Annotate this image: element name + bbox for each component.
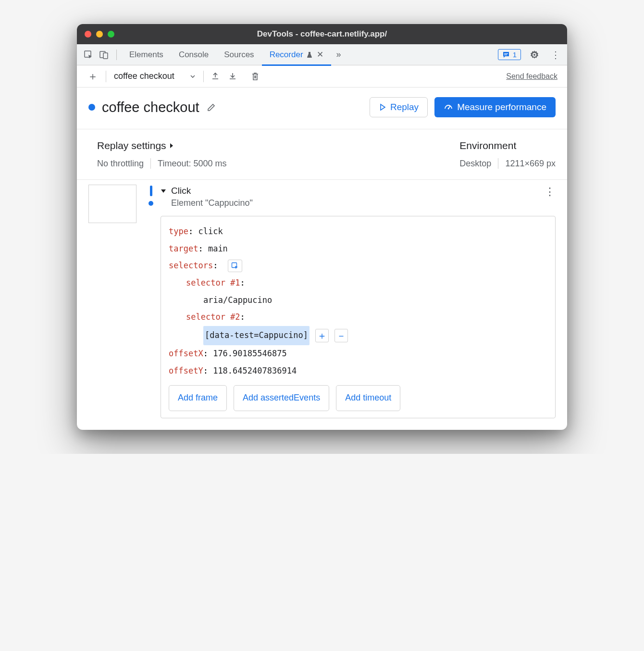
replay-button[interactable]: Replay	[370, 97, 428, 117]
tab-console[interactable]: Console	[171, 44, 216, 65]
steps-list: Click Element "Cappucino" ⋮ type: click …	[77, 180, 567, 430]
timeline	[141, 184, 161, 418]
prop-val-selector1[interactable]: aria/Cappucino	[203, 295, 272, 305]
step-title: Click	[171, 186, 253, 196]
device-value: Desktop	[459, 159, 491, 169]
device-toggle-icon[interactable]	[96, 47, 111, 63]
issues-count: 1	[513, 50, 517, 59]
inspect-element-icon[interactable]	[81, 47, 96, 63]
delete-icon[interactable]	[247, 72, 263, 81]
replay-settings-section: Replay settings No throttling Timeout: 5…	[97, 140, 226, 169]
tab-recorder[interactable]: Recorder ✕	[262, 44, 331, 65]
prop-key-selector2: selector #2	[186, 312, 240, 322]
prop-key-target: target	[169, 244, 198, 253]
divider	[203, 71, 204, 82]
divider	[106, 71, 106, 82]
step-thumbnail[interactable]	[88, 185, 136, 223]
tabstrip: Elements Console Sources Recorder ✕ » 1 …	[77, 44, 567, 65]
settings-gear-icon[interactable]	[527, 47, 542, 63]
prop-key-offsetx: offsetX	[169, 349, 203, 358]
step-item: Click Element "Cappucino" ⋮ type: click …	[161, 184, 556, 418]
svg-rect-2	[103, 53, 108, 59]
prop-key-selector1: selector #1	[186, 278, 240, 288]
add-frame-button[interactable]: Add frame	[169, 385, 227, 411]
timeline-marker-icon	[150, 186, 152, 196]
throttling-value: No throttling	[97, 159, 144, 169]
chat-icon	[502, 51, 510, 59]
export-icon[interactable]	[207, 72, 224, 81]
gauge-icon	[444, 102, 453, 112]
environment-section: Environment Desktop 1211×669 px	[459, 140, 556, 169]
replay-settings-heading[interactable]: Replay settings	[97, 140, 226, 151]
divider	[150, 158, 151, 169]
traffic-lights	[85, 31, 114, 38]
add-asserted-events-button[interactable]: Add assertedEvents	[234, 385, 329, 411]
experiment-icon	[306, 51, 313, 58]
prop-val-type[interactable]: click	[198, 226, 223, 236]
close-window-button[interactable]	[85, 31, 91, 38]
measure-performance-button[interactable]: Measure performance	[434, 97, 556, 117]
send-feedback-link[interactable]: Send feedback	[506, 72, 557, 81]
selector-picker-button[interactable]	[228, 260, 242, 272]
recorder-toolbar: ＋ coffee checkout Send feedback	[77, 65, 567, 88]
chevron-right-icon	[169, 143, 174, 149]
import-icon[interactable]	[224, 72, 241, 81]
settings-panel: Replay settings No throttling Timeout: 5…	[77, 129, 567, 180]
zoom-window-button[interactable]	[108, 31, 114, 38]
devtools-window: DevTools - coffee-cart.netlify.app/ Elem…	[77, 24, 567, 430]
prop-key-offsety: offsetY	[169, 366, 203, 376]
collapse-step-icon[interactable]	[161, 188, 166, 194]
recording-select[interactable]: coffee checkout	[109, 71, 200, 81]
step-details: type: click target: main selectors: sele…	[161, 216, 556, 418]
step-kebab-menu-icon[interactable]: ⋮	[545, 186, 556, 198]
divider	[498, 158, 498, 169]
add-selector-button[interactable]: ＋	[315, 329, 329, 342]
viewport-value: 1211×669 px	[505, 159, 556, 169]
close-tab-icon[interactable]: ✕	[317, 50, 323, 60]
titlebar: DevTools - coffee-cart.netlify.app/	[77, 24, 567, 44]
prop-key-type: type	[169, 226, 188, 236]
kebab-menu-icon[interactable]: ⋮	[548, 47, 563, 63]
timeline-dot-icon	[149, 201, 153, 206]
svg-point-5	[448, 108, 449, 110]
recording-title: coffee checkout	[102, 100, 199, 115]
minimize-window-button[interactable]	[96, 31, 103, 38]
tab-elements[interactable]: Elements	[122, 44, 171, 65]
play-icon	[379, 103, 386, 111]
prop-key-selectors: selectors	[169, 261, 213, 270]
chevron-down-icon	[190, 74, 196, 79]
recording-status-dot-icon	[88, 104, 95, 111]
more-tabs-icon[interactable]: »	[331, 47, 347, 63]
svg-rect-4	[504, 54, 507, 55]
new-recording-button[interactable]: ＋	[83, 69, 103, 84]
window-title: DevTools - coffee-cart.netlify.app/	[77, 29, 567, 39]
timeout-value: Timeout: 5000 ms	[158, 159, 226, 169]
svg-rect-3	[504, 53, 508, 54]
add-timeout-button[interactable]: Add timeout	[336, 385, 400, 411]
environment-heading: Environment	[459, 140, 556, 151]
recording-header: coffee checkout Replay Measure performan…	[77, 88, 567, 129]
prop-val-offsetx[interactable]: 176.90185546875	[213, 349, 287, 358]
tab-sources[interactable]: Sources	[216, 44, 261, 65]
prop-val-selector2[interactable]: [data-test=Cappucino]	[203, 326, 310, 345]
divider	[116, 50, 117, 60]
remove-selector-button[interactable]: －	[334, 329, 348, 342]
prop-val-offsety[interactable]: 118.6452407836914	[213, 366, 297, 376]
prop-val-target[interactable]: main	[208, 244, 228, 253]
step-subtitle: Element "Cappucino"	[171, 198, 253, 208]
edit-title-icon[interactable]	[206, 102, 217, 113]
issues-badge[interactable]: 1	[498, 49, 521, 60]
